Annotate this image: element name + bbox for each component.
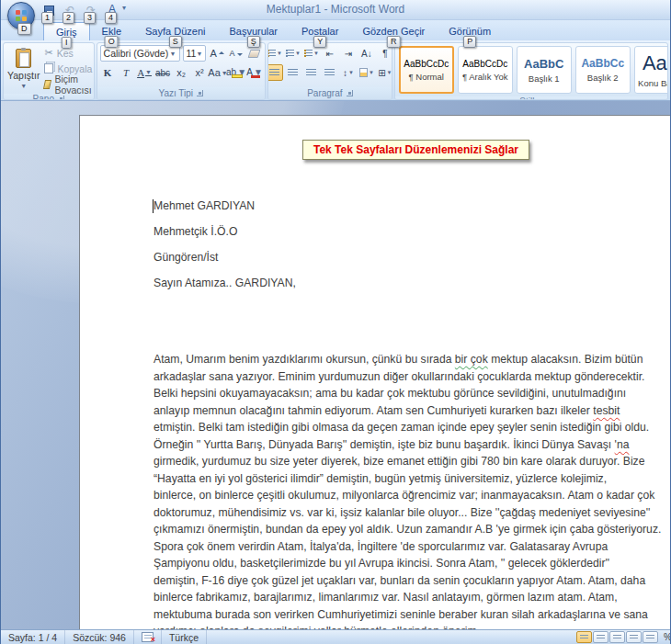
zoom-level-fragment[interactable]: % [660, 632, 671, 642]
style-preview: AaBbCc [581, 57, 624, 70]
tab-giri-[interactable]: GirişI [43, 22, 90, 40]
strikethrough-button[interactable]: abc [155, 64, 171, 81]
multilevel-icon [304, 50, 313, 58]
change-case-button[interactable]: Aa▼ [210, 64, 226, 81]
shrink-font-button[interactable]: A [228, 45, 244, 62]
redo-button[interactable]: ↷3 [82, 2, 100, 19]
font-name-dropdown-icon: ▼ [170, 51, 176, 57]
font-group-label: Yazı Tipi [158, 88, 193, 98]
font-style-tool-button[interactable]: A4 [103, 2, 121, 19]
office-button[interactable]: D [7, 2, 35, 29]
shading-button[interactable]: ▼ [358, 64, 375, 81]
paste-button[interactable]: Yapıştır ▼ [6, 45, 40, 92]
word-count-indicator[interactable]: Sözcük: 946 [65, 630, 134, 644]
increase-indent-button[interactable]: ⇥ [340, 45, 357, 62]
header-line: Güngören/İst [154, 251, 296, 277]
bold-button[interactable]: K [100, 64, 116, 81]
shrink-font-icon: A [230, 49, 235, 58]
paragraph-group-label: Paragraf [307, 88, 342, 98]
bullets-icon [267, 50, 276, 58]
italic-button[interactable]: T [119, 64, 134, 81]
style-name: Başlık 2 [587, 73, 619, 83]
tab-keytip: Y [313, 36, 326, 48]
align-right-button[interactable] [303, 64, 320, 81]
font-dialog-launcher-icon[interactable] [197, 90, 203, 96]
line-spacing-button-dropdown-icon: ▼ [348, 70, 354, 75]
format-painter-label: Biçim Boyacısı [54, 73, 94, 96]
outline-view-button[interactable] [626, 631, 642, 643]
italic-icon: T [123, 67, 129, 78]
align-left-button[interactable] [267, 64, 283, 81]
align-icon [288, 69, 298, 77]
save-button[interactable]: 1 [40, 2, 58, 19]
office-button-keytip: D [17, 23, 31, 35]
subscript-button[interactable]: x₂ [174, 64, 189, 81]
body-line: etmiştin. Belki tam istediğin gibi olmas… [154, 421, 670, 438]
word-window: D 1↶2↷3A4 ▾ Mektuplar1 - Microsoft Word … [0, 0, 671, 644]
style-normal[interactable]: AaBbCcDc¶ Normal [399, 46, 454, 94]
font-name-value: Calibri (Gövde) [104, 48, 169, 59]
clipboard-dialog-launcher-icon[interactable] [58, 96, 64, 100]
styles-gallery: AaBbCcDc¶ NormalAaBbCcDc¶ Aralık YokAaBb… [398, 45, 668, 95]
font-group: Calibri (Gövde) ▼ 11 ▼ A A K T A▼ abc [97, 42, 266, 100]
print-layout-view-button[interactable] [576, 631, 592, 643]
borders-button-dropdown-icon: ▼ [387, 70, 392, 75]
tab-sayfa-d-zeni[interactable]: Sayfa DüzeniS [133, 22, 217, 40]
tab-keytip: S [169, 36, 182, 48]
bullets-button[interactable]: ▼ [267, 45, 283, 62]
language-indicator[interactable]: Türkçe [162, 630, 207, 644]
page-number-indicator[interactable]: Sayfa: 1 / 4 [1, 630, 65, 644]
multilevel-list-button-dropdown-icon: ▼ [313, 51, 319, 56]
sort-button[interactable]: A↓ [358, 45, 375, 62]
borders-button[interactable]: ⊞▼ [377, 64, 392, 81]
style-h1[interactable]: AaBbCBaşlık 1 [517, 46, 572, 94]
paste-dropdown-icon[interactable]: ▼ [20, 83, 27, 89]
tab-postalar[interactable]: PostalarY [290, 22, 350, 40]
style-nospace[interactable]: AaBbCcDc¶ Aralık Yok [458, 46, 513, 94]
indent-icon: ⇥ [345, 49, 352, 59]
strikethrough-icon: abc [155, 68, 170, 78]
justify-button[interactable] [322, 64, 338, 81]
font-style-tool-button-keytip: 4 [105, 12, 117, 24]
tab-g-zden-ge-ir[interactable]: Gözden GeçirR [350, 22, 437, 40]
align-icon [269, 69, 279, 77]
grow-font-icon: A [210, 48, 217, 59]
align-icon [306, 69, 316, 77]
align-center-button[interactable] [285, 64, 301, 81]
tab-ekle[interactable]: EkleO [90, 22, 133, 40]
tab-keytip: O [105, 36, 119, 48]
paste-clipboard-icon [16, 49, 31, 68]
font-color-button[interactable]: A▼ [247, 64, 263, 81]
header-line: Mehmetçik İ.Ö.O [154, 225, 296, 251]
style-preview: AaBbCcDc [462, 59, 507, 69]
undo-button[interactable]: ↶2 [61, 2, 79, 19]
numbering-button[interactable]: ▼ [285, 45, 301, 62]
superscript-button[interactable]: x² [192, 64, 208, 81]
paragraph-dialog-launcher-icon[interactable] [347, 90, 353, 96]
fullscreen-reading-view-button[interactable] [593, 631, 608, 643]
tab-g-r-n-m[interactable]: GörünümP [437, 22, 503, 40]
text-highlight-button[interactable]: ab▼ [229, 64, 245, 81]
body-line: çıkmamızı önermiştin, bundan da epey yol… [154, 523, 670, 540]
style-titlestyle[interactable]: AaBKonu Başl... [634, 46, 668, 94]
body-line: Örneğin '' Yurtta Barış, Dünyada Barış''… [154, 438, 670, 456]
draft-view-button[interactable] [643, 631, 658, 643]
tab-ba-vurular[interactable]: BaşvurularŞ [217, 22, 290, 40]
style-h2[interactable]: AaBbCcBaşlık 2 [575, 46, 631, 94]
line-spacing-button[interactable]: ↕▼ [340, 64, 357, 81]
office-logo-icon [16, 10, 27, 21]
qat-customize-button[interactable]: ▾ [122, 4, 126, 12]
font-size-select[interactable]: 11 ▼ [183, 45, 207, 62]
numbering-button-dropdown-icon: ▼ [295, 51, 301, 56]
format-painter-button[interactable]: Biçim Boyacısı [42, 76, 94, 92]
linespacing-icon: ↕ [343, 68, 347, 78]
superscript-icon: x² [195, 67, 203, 78]
document-page[interactable]: Tek Tek Sayfaları Düzenlemenizi Sağlar M… [79, 115, 670, 629]
style-preview: AaB [643, 51, 668, 75]
title-bar: D 1↶2↷3A4 ▾ Mektuplar1 - Microsoft Word [1, 0, 670, 20]
underline-button[interactable]: A▼ [137, 64, 153, 81]
grow-font-button[interactable]: A [209, 45, 225, 62]
web-layout-view-button[interactable] [609, 631, 625, 643]
proofing-status-button[interactable]: × [134, 630, 162, 644]
styles-group-label: Stiller [519, 96, 542, 100]
